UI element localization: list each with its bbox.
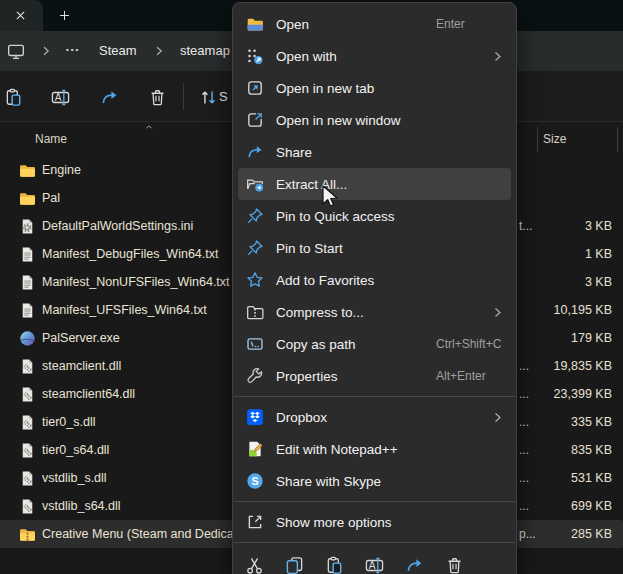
menu-item-pin-to-start[interactable]: Pin to Start (233, 232, 516, 264)
file-type-fragment: ... (519, 380, 535, 408)
file-type-fragment: ... (519, 436, 535, 464)
menu-item-share-with-skype[interactable]: Share with Skype (233, 465, 516, 497)
share-icon (100, 88, 119, 107)
delete-button[interactable] (142, 85, 172, 109)
file-size: 10,195 KB (534, 296, 612, 324)
menu-item-pin-to-quick-access[interactable]: Pin to Quick access (233, 200, 516, 232)
menu-item-add-to-favorites[interactable]: Add to Favorites (233, 264, 516, 296)
open-with-icon (246, 47, 264, 65)
menu-separator (234, 501, 515, 502)
menu-item-edit-with-notepad[interactable]: Edit with Notepad++ (233, 433, 516, 465)
paste-quick-button[interactable] (314, 550, 354, 574)
menu-item-copy-as-path[interactable]: Copy as pathCtrl+Shift+C (233, 328, 516, 360)
exe-icon (19, 330, 36, 347)
menu-item-properties[interactable]: PropertiesAlt+Enter (233, 360, 516, 392)
submenu-chevron-icon (491, 50, 504, 63)
context-menu-items: OpenEnterOpen withOpen in new tabOpen in… (233, 8, 516, 543)
menu-item-extract-all[interactable]: Extract All... (238, 168, 511, 200)
pin-icon (246, 207, 264, 225)
menu-item-label: Pin to Start (276, 241, 343, 256)
paste-button[interactable] (0, 85, 28, 109)
menu-item-label: Copy as path (276, 337, 356, 352)
dropbox-icon (246, 408, 264, 426)
menu-item-label: Open in new tab (276, 81, 374, 96)
file-name: tier0_s64.dll (42, 436, 109, 464)
paste-icon (4, 88, 23, 107)
menu-item-open[interactable]: OpenEnter (233, 8, 516, 40)
menu-item-shortcut: Enter (436, 17, 465, 31)
sort-icon (199, 88, 218, 107)
menu-item-compress-to[interactable]: Compress to... (233, 296, 516, 328)
dll-icon (19, 386, 36, 403)
star-icon (246, 271, 264, 289)
menu-separator (234, 396, 515, 397)
column-divider[interactable] (617, 127, 618, 152)
toolbar-separator (183, 83, 184, 110)
file-name: Engine (42, 156, 81, 184)
monitor-icon[interactable] (7, 42, 25, 60)
rename-button[interactable] (45, 85, 75, 109)
txt-icon (19, 302, 36, 319)
menu-item-share[interactable]: Share (233, 136, 516, 168)
share-quick-button[interactable] (394, 550, 434, 574)
copy-quick-button[interactable] (274, 550, 314, 574)
show-more-icon (246, 513, 264, 531)
trash-icon (148, 88, 167, 107)
file-name: tier0_s.dll (42, 408, 96, 436)
rename-icon (51, 88, 70, 107)
explorer-tab[interactable] (0, 0, 43, 31)
menu-item-label: Pin to Quick access (276, 209, 395, 224)
submenu-chevron-icon (491, 411, 504, 424)
file-size: 23,399 KB (534, 380, 612, 408)
ini-icon (19, 218, 36, 235)
file-type-fragment: p... (519, 520, 535, 548)
chevron-right-icon (153, 45, 165, 57)
breadcrumb-segment-steamapps[interactable]: steamap (180, 31, 230, 71)
rename-quick-button[interactable] (354, 550, 394, 574)
menu-item-dropbox[interactable]: Dropbox (233, 401, 516, 433)
txt-icon (19, 246, 36, 263)
file-name: steamclient64.dll (42, 380, 135, 408)
tab-close-button[interactable] (9, 4, 31, 26)
cut-quick-button[interactable] (234, 550, 274, 574)
breadcrumb-overflow[interactable]: ••• (66, 31, 80, 71)
breadcrumb-segment-steam[interactable]: Steam (99, 31, 137, 71)
menu-item-open-with[interactable]: Open with (233, 40, 516, 72)
file-size: 835 KB (534, 436, 612, 464)
file-size: 531 KB (534, 464, 612, 492)
file-name: Manifest_UFSFiles_Win64.txt (42, 296, 207, 324)
menu-item-label: Compress to... (276, 305, 364, 320)
file-size: 19,835 KB (534, 352, 612, 380)
column-divider[interactable] (537, 127, 538, 152)
share-button[interactable] (94, 85, 124, 109)
menu-item-label: Share with Skype (276, 474, 381, 489)
folder-icon (19, 162, 36, 179)
sort-ascending-caret-icon (143, 122, 155, 132)
menu-item-show-more-options[interactable]: Show more options (233, 506, 516, 538)
new-tab-button[interactable] (53, 4, 75, 26)
share-icon (246, 143, 264, 161)
delete-quick-button[interactable] (434, 550, 474, 574)
pin-icon (246, 239, 264, 257)
column-header-name[interactable]: Name (35, 128, 67, 150)
file-size: 285 KB (534, 520, 612, 548)
open-folder-icon (246, 15, 264, 33)
cut-icon (245, 556, 264, 574)
menu-item-shortcut: Alt+Enter (436, 369, 486, 383)
dll-icon (19, 358, 36, 375)
submenu-chevron-icon (491, 306, 504, 319)
file-size: 3 KB (534, 268, 612, 296)
menu-item-open-in-new-window[interactable]: Open in new window (233, 104, 516, 136)
column-header-size[interactable]: Size (543, 128, 566, 150)
file-name: DefaultPalWorldSettings.ini (42, 212, 193, 240)
new-window-icon (246, 111, 264, 129)
txt-icon (19, 274, 36, 291)
menu-separator (234, 542, 515, 543)
menu-item-open-in-new-tab[interactable]: Open in new tab (233, 72, 516, 104)
new-tab-icon (246, 79, 264, 97)
menu-item-label: Extract All... (276, 177, 347, 192)
rename-icon (365, 556, 384, 574)
compress-icon (246, 303, 264, 321)
plus-icon (58, 9, 71, 22)
file-type-fragment: ... (519, 492, 535, 520)
